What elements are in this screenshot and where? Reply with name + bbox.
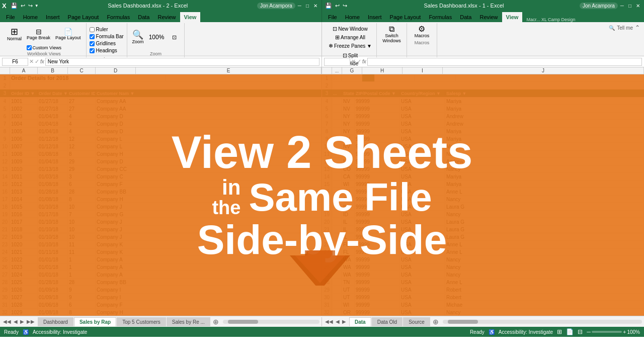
order-id-cell[interactable]: 1023 xyxy=(10,263,38,270)
zoom-100-btn[interactable]: 100% xyxy=(147,33,167,41)
left-tab-last-btn[interactable]: ▶▶ xyxy=(26,319,36,324)
country-cell[interactable]: USA xyxy=(400,226,445,233)
order-date-cell[interactable]: 01/01/18 xyxy=(38,256,68,263)
right-col-e[interactable]: ... xyxy=(332,67,342,74)
right-tab-review[interactable]: Review xyxy=(475,12,502,22)
zip-cell[interactable]: 99999 xyxy=(355,113,400,120)
state-cell[interactable]: WA xyxy=(342,256,355,263)
sales-cell[interactable]: Nancy xyxy=(445,256,644,263)
right-tab-first-btn[interactable]: ◀◀ xyxy=(324,319,334,324)
order-date-cell[interactable]: 01/28/18 xyxy=(38,279,68,286)
country-cell[interactable]: USA xyxy=(400,256,445,263)
right-tab-data[interactable]: Data xyxy=(456,12,475,22)
order-id-cell[interactable]: 1022 xyxy=(10,256,38,263)
headings-checkbox[interactable] xyxy=(90,48,95,53)
order-date-cell[interactable]: 01/10/18 xyxy=(38,233,68,240)
order-id-cell[interactable]: 1025 xyxy=(10,279,38,286)
state-cell[interactable]: UT xyxy=(342,286,355,293)
customer-id-cell[interactable]: 1 xyxy=(68,271,96,278)
sales-cell[interactable]: Andrew xyxy=(445,120,644,127)
state-cell[interactable]: NV xyxy=(342,135,355,142)
right-col-i[interactable]: I xyxy=(403,67,443,74)
country-cell[interactable]: USA xyxy=(400,113,445,120)
order-date-cell[interactable]: 01/03/18 xyxy=(38,173,68,180)
country-cell[interactable]: USA xyxy=(400,279,445,286)
customer-name-cell[interactable]: Company H xyxy=(96,150,321,157)
order-id-cell[interactable]: 1029 xyxy=(10,309,38,316)
country-cell[interactable]: USA xyxy=(400,188,445,195)
customer-name-cell[interactable]: Company AA xyxy=(96,98,321,105)
zip-cell[interactable]: 99999 xyxy=(355,286,400,293)
state-cell[interactable]: ID xyxy=(342,211,355,218)
left-tab-sales-by-re[interactable]: Sales by Re ... xyxy=(167,317,210,326)
zip-cell[interactable]: 99999 xyxy=(355,226,400,233)
customer-id-cell[interactable]: 6 xyxy=(68,301,96,308)
customer-id-cell[interactable]: 28 xyxy=(68,188,96,195)
order-date-cell[interactable]: 01/09/18 xyxy=(38,294,68,301)
order-id-cell[interactable]: 1014 xyxy=(10,196,38,203)
customer-id-cell[interactable]: 10 xyxy=(68,203,96,210)
order-date-cell[interactable]: 01/08/18 xyxy=(38,196,68,203)
custom-views-checkbox[interactable] xyxy=(27,45,32,50)
order-id-cell[interactable]: 1016 xyxy=(10,211,38,218)
customer-name-cell[interactable]: Company J xyxy=(96,203,321,210)
right-formula-ok-icon[interactable]: ✓ xyxy=(357,58,361,65)
customer-id-cell[interactable]: 3 xyxy=(68,173,96,180)
right-undo-icon[interactable]: ↩ xyxy=(334,2,341,10)
page-break-btn[interactable]: ⊟ Page Break xyxy=(25,27,52,41)
left-minimize-btn[interactable]: ─ xyxy=(296,3,303,9)
order-date-cell[interactable]: 01/08/18 xyxy=(38,150,68,157)
country-cell[interactable]: USA xyxy=(400,165,445,172)
customer-id-cell[interactable]: 11 xyxy=(68,248,96,255)
left-add-sheet-btn[interactable]: ⊕ xyxy=(211,318,221,326)
order-date-cell[interactable]: 01/04/18 xyxy=(38,113,68,120)
customer-name-cell[interactable]: Company I xyxy=(96,294,321,301)
state-cell[interactable]: WA xyxy=(342,263,355,270)
state-cell[interactable]: WI xyxy=(342,180,355,188)
customer-name-cell[interactable]: Company D xyxy=(96,120,321,127)
customer-id-cell[interactable]: 4 xyxy=(68,113,96,120)
save-icon[interactable]: 💾 xyxy=(10,2,19,10)
order-date-cell[interactable]: 01/17/18 xyxy=(38,211,68,218)
customer-id-cell[interactable]: 8 xyxy=(68,196,96,203)
left-maximize-btn[interactable]: □ xyxy=(304,3,311,9)
zip-cell[interactable]: 99999 xyxy=(355,128,400,135)
customer-id-cell[interactable]: 27 xyxy=(68,98,96,105)
country-cell[interactable]: USA xyxy=(400,120,445,127)
right-maximize-btn[interactable]: □ xyxy=(626,3,633,9)
left-tab-sales-by-rap[interactable]: Sales by Rap xyxy=(74,317,116,326)
order-date-cell[interactable]: 01/01/18 xyxy=(38,271,68,278)
customer-id-cell[interactable]: 29 xyxy=(68,158,96,165)
customer-name-cell[interactable]: Company C xyxy=(96,173,321,180)
state-cell[interactable]: TN xyxy=(342,188,355,195)
macros-btn[interactable]: ⚙ Macros xyxy=(413,24,432,39)
order-date-cell[interactable]: 01/08/18 xyxy=(38,180,68,188)
left-formula-cancel-icon[interactable]: ✕ xyxy=(29,58,34,65)
customer-name-cell[interactable]: Company L xyxy=(96,135,321,142)
customer-id-cell[interactable]: 12 xyxy=(68,143,96,150)
right-cell-ref[interactable] xyxy=(324,58,350,66)
customer-name-cell[interactable]: Company H xyxy=(96,196,321,203)
state-cell[interactable]: TN xyxy=(342,279,355,286)
order-date-cell[interactable]: 01/10/18 xyxy=(38,226,68,233)
sales-cell[interactable]: Anne L xyxy=(445,279,644,286)
order-date-cell[interactable]: 01/04/18 xyxy=(38,120,68,127)
order-date-cell[interactable]: 01/01/18 xyxy=(38,263,68,270)
left-col-b[interactable]: B xyxy=(38,67,68,74)
country-cell[interactable]: USA xyxy=(400,158,445,165)
country-cell[interactable]: USA xyxy=(400,173,445,180)
country-cell[interactable]: USA xyxy=(400,301,445,308)
right-scrollbar-track[interactable] xyxy=(443,320,642,324)
order-id-cell[interactable]: 1003 xyxy=(10,113,38,120)
customer-id-cell[interactable]: 9 xyxy=(68,286,96,293)
zip-cell[interactable]: 99999 xyxy=(355,203,400,210)
order-id-cell[interactable]: 1013 xyxy=(10,188,38,195)
state-cell[interactable]: OR xyxy=(342,309,355,316)
right-save-icon[interactable]: 💾 xyxy=(324,2,333,10)
country-cell[interactable]: USA xyxy=(400,105,445,112)
left-tab-view[interactable]: View xyxy=(180,12,201,22)
customer-id-cell[interactable]: 28 xyxy=(68,279,96,286)
state-cell[interactable]: CA xyxy=(342,173,355,180)
customer-name-cell[interactable]: Company J xyxy=(96,218,321,225)
country-cell[interactable]: USA xyxy=(400,203,445,210)
